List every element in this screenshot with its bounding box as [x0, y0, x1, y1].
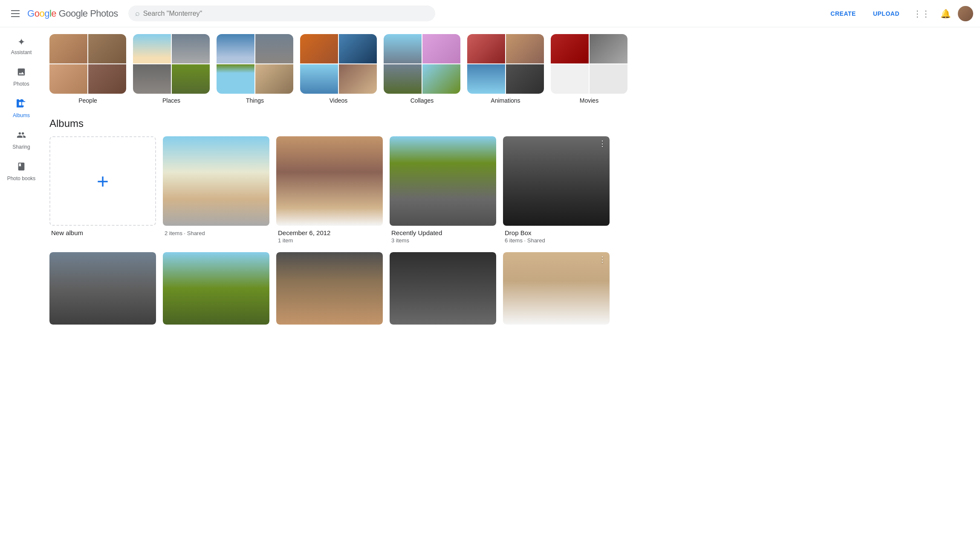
new-album-label: New album	[51, 229, 154, 236]
shared-city-meta: 2 items · Shared	[165, 230, 268, 236]
movies-cell-4	[590, 64, 627, 94]
category-things[interactable]: Things	[217, 34, 293, 104]
sidebar: ✦ Assistant Photos Albums Sharing Phot	[0, 27, 43, 555]
apps-icon[interactable]: ⋮⋮	[910, 5, 934, 22]
bottom-dark-thumb	[390, 252, 496, 325]
movies-cell-3	[551, 64, 589, 94]
sidebar-label-sharing: Sharing	[12, 144, 30, 150]
drop-box-album-card[interactable]: ⋮ Drop Box 6 items · Shared	[503, 136, 610, 245]
things-cell-4	[255, 64, 293, 94]
plus-icon: +	[97, 170, 109, 193]
collages-cell-4	[422, 64, 460, 94]
drop-box-menu-icon[interactable]: ⋮	[598, 140, 606, 147]
places-cell-1	[133, 34, 171, 63]
drop-box-thumb: ⋮	[503, 136, 610, 226]
collages-cell-2	[422, 34, 460, 63]
dec-2012-name: December 6, 2012	[278, 229, 381, 236]
albums-grid: + New album 2 items · Shared Decembe	[43, 136, 970, 245]
category-videos[interactable]: Videos	[300, 34, 377, 104]
create-button[interactable]: CREATE	[824, 7, 863, 20]
app-header: Google Google Photos ⌕ CREATE UPLOAD ⋮⋮ …	[0, 0, 980, 27]
bottom-album-rocks[interactable]	[49, 252, 156, 325]
bottom-album-kitchen[interactable]: ⋮	[503, 252, 610, 325]
category-collages[interactable]: Collages	[384, 34, 460, 104]
collages-cell-3	[384, 64, 422, 94]
logo[interactable]: Google Google Photos	[27, 8, 118, 19]
shared-city-album-card[interactable]: 2 items · Shared	[163, 136, 269, 245]
drop-box-meta: 6 items · Shared	[505, 237, 608, 244]
collages-label: Collages	[411, 97, 434, 104]
drop-box-info: Drop Box 6 items · Shared	[503, 226, 610, 245]
recently-updated-info: Recently Updated 3 items	[390, 226, 496, 245]
bottom-album-dinner[interactable]	[276, 252, 383, 325]
shared-city-thumb	[163, 136, 269, 226]
bottom-kitchen-thumb: ⋮	[503, 252, 610, 325]
animations-grid	[467, 34, 544, 94]
dec-2012-thumb	[276, 136, 383, 226]
drop-box-name: Drop Box	[505, 229, 608, 236]
movies-cell-1	[551, 34, 589, 63]
new-album-card[interactable]: + New album	[49, 136, 156, 245]
sidebar-item-sharing[interactable]: Sharing	[2, 125, 41, 155]
videos-cell-3	[300, 64, 338, 94]
people-grid	[49, 34, 126, 94]
albums-section-title: Albums	[43, 107, 970, 136]
animations-label: Animations	[491, 97, 520, 104]
bottom-albums-row: ⋮	[43, 245, 970, 325]
recently-updated-thumb	[390, 136, 496, 226]
sidebar-item-photos[interactable]: Photos	[2, 62, 41, 92]
places-grid	[133, 34, 210, 94]
upload-button[interactable]: UPLOAD	[866, 7, 906, 20]
places-cell-4	[172, 64, 210, 94]
new-album-thumb[interactable]: +	[49, 136, 156, 226]
sidebar-label-photos: Photos	[13, 81, 29, 87]
app-layout: ✦ Assistant Photos Albums Sharing Phot	[0, 27, 980, 555]
category-people[interactable]: People	[49, 34, 126, 104]
search-bar[interactable]: ⌕	[128, 6, 435, 21]
sidebar-item-assistant[interactable]: ✦ Assistant	[2, 32, 41, 60]
new-album-info: New album	[49, 226, 156, 238]
bottom-rocks-thumb	[49, 252, 156, 325]
animations-cell-3	[467, 64, 505, 94]
places-cell-2	[172, 34, 210, 63]
avatar[interactable]	[958, 6, 973, 21]
dec-2012-album-card[interactable]: December 6, 2012 1 item	[276, 136, 383, 245]
notifications-icon[interactable]: 🔔	[937, 5, 954, 22]
videos-cell-2	[339, 34, 377, 63]
menu-button[interactable]	[7, 5, 24, 22]
assistant-icon: ✦	[17, 37, 25, 48]
places-cell-3	[133, 64, 171, 94]
bottom-album-dark[interactable]	[390, 252, 496, 325]
videos-cell-1	[300, 34, 338, 63]
things-grid	[217, 34, 293, 94]
search-input[interactable]	[143, 10, 428, 17]
collages-cell-1	[384, 34, 422, 63]
category-movies[interactable]: Movies	[551, 34, 627, 104]
categories-row: People Places Th	[43, 27, 970, 107]
movies-cell-2	[590, 34, 627, 63]
things-label: Things	[246, 97, 264, 104]
header-actions: CREATE UPLOAD ⋮⋮ 🔔	[824, 5, 973, 22]
sidebar-label-albums: Albums	[13, 112, 30, 118]
search-icon: ⌕	[135, 9, 140, 18]
videos-grid	[300, 34, 377, 94]
sidebar-item-albums[interactable]: Albums	[2, 94, 41, 124]
albums-icon	[17, 99, 26, 111]
kitchen-menu-icon[interactable]: ⋮	[598, 256, 606, 263]
sidebar-item-photobooks[interactable]: Photo books	[2, 157, 41, 187]
category-animations[interactable]: Animations	[467, 34, 544, 104]
recently-updated-name: Recently Updated	[391, 229, 494, 236]
animations-cell-1	[467, 34, 505, 63]
dec-2012-meta: 1 item	[278, 237, 381, 244]
category-places[interactable]: Places	[133, 34, 210, 104]
sharing-icon	[17, 130, 26, 142]
avatar-image	[958, 6, 973, 21]
collages-grid	[384, 34, 460, 94]
videos-label: Videos	[330, 97, 348, 104]
recently-updated-album-card[interactable]: Recently Updated 3 items	[390, 136, 496, 245]
bottom-album-trees[interactable]	[163, 252, 269, 325]
animations-cell-4	[506, 64, 544, 94]
photos-icon	[17, 67, 26, 79]
dec-2012-info: December 6, 2012 1 item	[276, 226, 383, 245]
svg-rect-0	[17, 101, 25, 102]
